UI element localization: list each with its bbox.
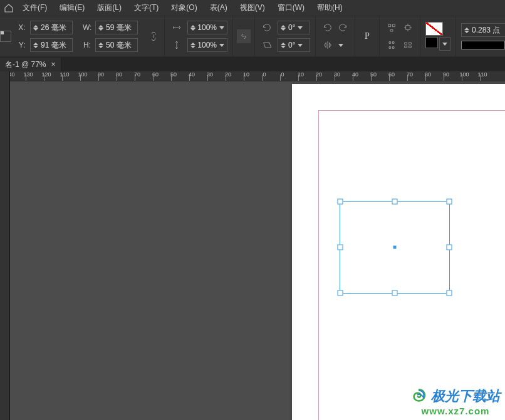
- document-tab[interactable]: 名-1 @ 77% ×: [0, 58, 61, 71]
- close-tab-icon[interactable]: ×: [51, 60, 56, 69]
- handle-bc[interactable]: [392, 290, 398, 296]
- menu-object[interactable]: 对象(O): [166, 0, 202, 16]
- menu-bar: 文件(F) 编辑(E) 版面(L) 文字(T) 对象(O) 表(A) 视图(V)…: [0, 0, 505, 16]
- y-label: Y:: [18, 41, 26, 49]
- shear-icon: [260, 38, 274, 52]
- h-value[interactable]: 50 毫米: [106, 40, 132, 51]
- w-field[interactable]: 59 毫米: [95, 21, 138, 34]
- document-tab-title: 名-1 @ 77%: [5, 59, 46, 70]
- handle-ml[interactable]: [338, 245, 343, 250]
- handle-bl[interactable]: [338, 290, 343, 296]
- handle-tr[interactable]: [447, 199, 452, 205]
- horizontal-ruler[interactable]: 1401301201101009080706050403020100010203…: [10, 71, 505, 81]
- shear-value[interactable]: 0°: [288, 41, 295, 49]
- rotate-icon: [260, 21, 274, 34]
- x-value[interactable]: 26 毫米: [41, 23, 66, 33]
- app-home-icon[interactable]: [3, 2, 15, 14]
- swatch-dropdown[interactable]: [439, 37, 450, 51]
- handle-center[interactable]: [393, 246, 397, 249]
- character-style-icon[interactable]: P: [360, 29, 374, 43]
- reference-point-picker[interactable]: [0, 31, 11, 42]
- x-field[interactable]: 26 毫米: [30, 21, 73, 34]
- rotate-field[interactable]: 0°: [278, 21, 310, 34]
- h-field[interactable]: 50 毫米: [95, 38, 138, 52]
- workspace: 1401301201101009080706050403020100010203…: [0, 71, 505, 420]
- w-label: W:: [83, 23, 91, 32]
- vertical-ruler[interactable]: [0, 71, 10, 420]
- stroke-style-preview[interactable]: [461, 41, 505, 49]
- stroke-swatch[interactable]: [425, 37, 438, 48]
- scale-y-value[interactable]: 100%: [197, 41, 217, 49]
- scale-x-field[interactable]: 100%: [187, 21, 227, 34]
- scale-x-icon: [170, 21, 184, 34]
- menu-window[interactable]: 窗口(W): [273, 0, 310, 16]
- scale-x-value[interactable]: 100%: [197, 23, 217, 32]
- x-label: X:: [18, 23, 26, 32]
- select-content-icon[interactable]: [401, 21, 415, 34]
- handle-tl[interactable]: [338, 199, 343, 205]
- rotate-ccw-icon[interactable]: [321, 21, 335, 34]
- control-bar: X: 26 毫米 Y: 91 毫米 W: 59 毫米 H:: [0, 16, 505, 57]
- link-scale-icon[interactable]: [237, 29, 251, 43]
- stroke-weight-field[interactable]: 0.283 点: [461, 23, 505, 37]
- watermark: 极光下载站 www.xz7.com: [411, 387, 500, 416]
- menu-type[interactable]: 文字(T): [129, 0, 164, 16]
- handle-mr[interactable]: [447, 245, 452, 250]
- scale-y-field[interactable]: 100%: [187, 38, 227, 52]
- h-label: H:: [83, 41, 91, 49]
- fill-swatch[interactable]: [425, 22, 443, 36]
- select-previous-icon[interactable]: [385, 38, 398, 52]
- menu-view[interactable]: 视图(V): [235, 0, 270, 16]
- menu-help[interactable]: 帮助(H): [312, 0, 348, 16]
- w-value[interactable]: 59 毫米: [106, 23, 132, 33]
- y-field[interactable]: 91 毫米: [30, 38, 73, 52]
- scale-y-icon: [170, 38, 184, 52]
- select-next-icon[interactable]: [401, 38, 415, 52]
- canvas[interactable]: [10, 81, 505, 420]
- y-value[interactable]: 91 毫米: [41, 40, 66, 51]
- flip-horizontal-icon[interactable]: [321, 38, 335, 52]
- watermark-swirl-icon: [411, 388, 427, 404]
- constrain-proportions-icon[interactable]: [147, 29, 160, 43]
- rotate-value[interactable]: 0°: [288, 23, 295, 32]
- menu-file[interactable]: 文件(F): [18, 0, 52, 16]
- watermark-title: 极光下载站: [431, 387, 500, 406]
- menu-table[interactable]: 表(A): [205, 0, 232, 16]
- shear-field[interactable]: 0°: [278, 38, 310, 52]
- selected-frame[interactable]: [340, 201, 450, 294]
- rotate-cw-icon[interactable]: [336, 21, 350, 34]
- document-tab-bar: 名-1 @ 77% ×: [0, 57, 505, 71]
- select-container-icon[interactable]: [385, 21, 398, 34]
- page[interactable]: [292, 84, 505, 420]
- handle-br[interactable]: [447, 290, 452, 296]
- stroke-weight-value[interactable]: 0.283 点: [472, 25, 500, 36]
- flip-dropdown[interactable]: [336, 38, 346, 52]
- menu-layout[interactable]: 版面(L): [92, 0, 127, 16]
- watermark-url: www.xz7.com: [422, 406, 490, 416]
- menu-edit[interactable]: 编辑(E): [55, 0, 90, 16]
- handle-tc[interactable]: [392, 199, 398, 205]
